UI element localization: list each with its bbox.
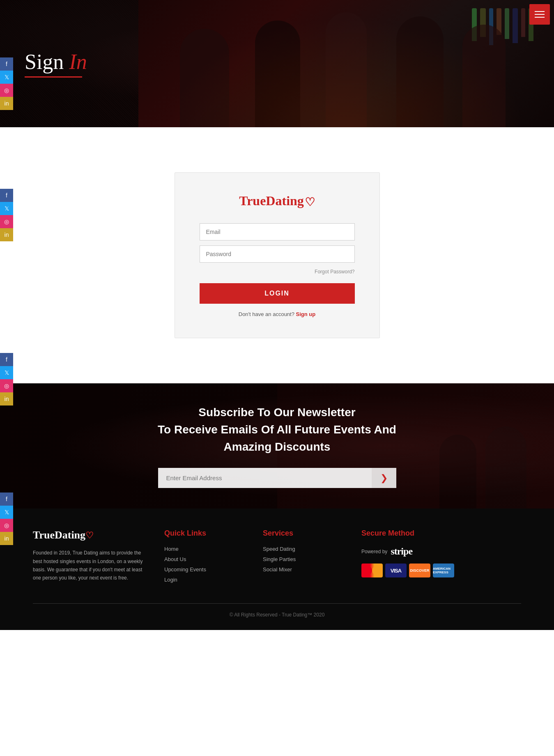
hamburger-button[interactable] [529,4,550,25]
footer-service-speed-dating[interactable]: Speed Dating [263,546,345,552]
linkedin-icon-hero[interactable]: in [0,97,13,110]
hero-section: Sign In [0,0,554,127]
login-section: TrueDating♡ Forgot Password? LOGIN Don't… [0,148,554,363]
newsletter-form: ❯ [158,468,396,488]
copyright-text: © All Rights Reserved - True Dating™ 202… [230,612,325,618]
footer-service-social-mixer[interactable]: Social Mixer [263,566,345,573]
facebook-icon-hero[interactable]: f [0,57,13,71]
instagram-icon-login[interactable]: ◎ [0,215,13,228]
linkedin-icon-footer[interactable]: in [0,532,13,545]
linkedin-icon-newsletter[interactable]: in [0,392,13,405]
quick-links-title: Quick Links [164,529,246,538]
login-button[interactable]: LOGIN [200,283,355,304]
instagram-icon-newsletter[interactable]: ◎ [0,379,13,392]
twitter-icon-newsletter[interactable]: 𝕏 [0,366,13,379]
amex-badge: AMERICAN EXPRESS [433,564,454,577]
twitter-icon-footer[interactable]: 𝕏 [0,506,13,519]
hero-title: Sign In [25,50,87,74]
brand-logo: TrueDating♡ [239,193,315,209]
footer-link-events[interactable]: Upcoming Events [164,566,246,573]
logo-heart-icon: ♡ [305,195,315,209]
hamburger-line-2 [535,14,545,15]
twitter-icon-hero[interactable]: 𝕏 [0,71,13,84]
newsletter-section: Subscribe To Our Newsletter To Receive E… [0,383,554,509]
facebook-icon-newsletter[interactable]: f [0,353,13,366]
newsletter-email-input[interactable] [158,468,372,488]
powered-by-text: Powered by [361,549,387,554]
facebook-icon-footer[interactable]: f [0,493,13,506]
arrow-right-icon: ❯ [380,473,388,483]
hero-underline [25,76,82,78]
visa-badge: VISA [385,564,407,577]
twitter-icon-login[interactable]: 𝕏 [0,202,13,215]
footer-link-login[interactable]: Login [164,577,246,583]
forgot-password-row: Forgot Password? [200,268,355,275]
newsletter-title: Subscribe To Our Newsletter To Receive E… [158,404,396,456]
forgot-password-link[interactable]: Forgot Password? [315,269,354,275]
linkedin-icon-login[interactable]: in [0,228,13,241]
secure-method-title: Secure Method [361,529,468,538]
footer: TrueDating♡ Founded in 2019, True Dating… [0,509,554,630]
no-account-text: Don't have an account? [239,311,294,317]
footer-services-col: Services Speed Dating Single Parties Soc… [263,529,345,587]
hamburger-line-3 [535,17,545,18]
hamburger-line-1 [535,11,545,12]
footer-logo: TrueDating♡ [33,529,148,541]
instagram-icon-hero[interactable]: ◎ [0,84,13,97]
password-input[interactable] [200,245,355,263]
signup-row: Don't have an account? Sign up [200,311,355,317]
login-card: TrueDating♡ Forgot Password? LOGIN Don't… [175,172,380,338]
services-title: Services [263,529,345,538]
footer-service-single-parties[interactable]: Single Parties [263,556,345,562]
email-input[interactable] [200,223,355,241]
facebook-icon-login[interactable]: f [0,189,13,202]
discover-badge: DISCOVER [409,564,430,577]
footer-secure-col: Secure Method Powered by stripe VISA DIS… [361,529,468,587]
mastercard-badge [361,564,383,577]
footer-grid: TrueDating♡ Founded in 2019, True Dating… [33,529,521,587]
footer-description: Founded in 2019, True Dating aims to pro… [33,549,148,582]
payment-cards: VISA DISCOVER AMERICAN EXPRESS [361,564,468,577]
stripe-logo: stripe [391,546,412,557]
instagram-icon-footer[interactable]: ◎ [0,519,13,532]
footer-quick-links-col: Quick Links Home About Us Upcoming Event… [164,529,246,587]
newsletter-submit-button[interactable]: ❯ [372,468,396,488]
footer-link-about[interactable]: About Us [164,556,246,562]
login-logo: TrueDating♡ [200,193,355,209]
footer-brand-col: TrueDating♡ Founded in 2019, True Dating… [33,529,148,587]
stripe-row: Powered by stripe [361,546,468,557]
footer-link-home[interactable]: Home [164,546,246,552]
sign-up-link[interactable]: Sign up [296,311,316,317]
footer-copyright: © All Rights Reserved - True Dating™ 202… [33,603,521,618]
